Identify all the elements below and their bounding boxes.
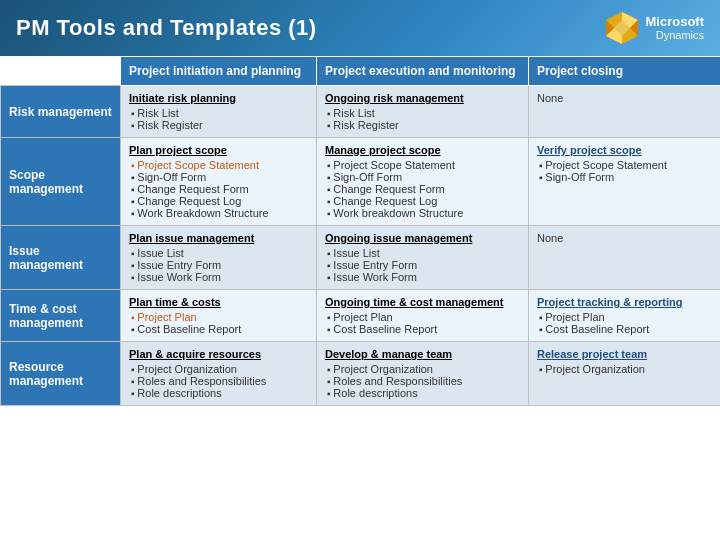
cell-bullet-item: Change Request Form (325, 183, 520, 195)
category-cell: Scope management (1, 138, 121, 226)
cell-bullet-item: Project Plan (129, 311, 308, 323)
cell-bullet-item: Role descriptions (325, 387, 520, 399)
cell-title: Ongoing risk management (325, 92, 520, 104)
data-cell: Initiate risk planningRisk ListRisk Regi… (121, 86, 317, 138)
data-cell: Release project teamProject Organization (529, 342, 721, 406)
cell-bullet-item: Project Scope Statement (537, 159, 712, 171)
cell-bullet-item: Cost Baseline Report (129, 323, 308, 335)
cell-title: Ongoing time & cost management (325, 296, 520, 308)
col-header-3: Project closing (529, 57, 721, 86)
table-row: Time & cost managementPlan time & costsP… (1, 290, 721, 342)
cell-none: None (537, 92, 563, 104)
cell-bullet-item: Sign-Off Form (129, 171, 308, 183)
category-cell: Time & cost management (1, 290, 121, 342)
data-cell: Manage project scopeProject Scope Statem… (317, 138, 529, 226)
cell-title: Release project team (537, 348, 712, 360)
cell-bullet-item: Project Scope Statement (325, 159, 520, 171)
cell-bullet-item: Change Request Log (325, 195, 520, 207)
cell-title: Verify project scope (537, 144, 712, 156)
cell-bullet-item: Work breakdown Structure (325, 207, 520, 219)
data-cell: None (529, 86, 721, 138)
cell-title: Develop & manage team (325, 348, 520, 360)
cell-bullet-item: Work Breakdown Structure (129, 207, 308, 219)
col-header-1: Project initiation and planning (121, 57, 317, 86)
page-title: PM Tools and Templates (1) (16, 15, 317, 41)
cell-bullet-item: Sign-Off Form (537, 171, 712, 183)
data-cell: Develop & manage teamProject Organizatio… (317, 342, 529, 406)
cell-bullet-item: Roles and Responsibilities (325, 375, 520, 387)
table-row: Issue managementPlan issue managementIss… (1, 226, 721, 290)
cell-bullet-item: Issue List (129, 247, 308, 259)
logo-area: Microsoft Dynamics (604, 10, 705, 46)
cell-title: Ongoing issue management (325, 232, 520, 244)
cell-bullet-item: Risk Register (129, 119, 308, 131)
cell-bullet-item: Change Request Form (129, 183, 308, 195)
col-header-0 (1, 57, 121, 86)
col-header-2: Project execution and monitoring (317, 57, 529, 86)
cell-bullet-item: Cost Baseline Report (325, 323, 520, 335)
cell-bullet-item: Issue List (325, 247, 520, 259)
cell-bullet-item: Project Plan (537, 311, 712, 323)
cell-bullet-item: Sign-Off Form (325, 171, 520, 183)
table-row: Risk managementInitiate risk planningRis… (1, 86, 721, 138)
table-row: Resource managementPlan & acquire resour… (1, 342, 721, 406)
category-cell: Issue management (1, 226, 121, 290)
cell-bullet-item: Risk List (325, 107, 520, 119)
logo-text: Microsoft Dynamics (646, 14, 705, 43)
cell-bullet-item: Project Organization (129, 363, 308, 375)
category-cell: Resource management (1, 342, 121, 406)
cell-none: None (537, 232, 563, 244)
category-cell: Risk management (1, 86, 121, 138)
data-cell: None (529, 226, 721, 290)
cell-bullet-item: Risk Register (325, 119, 520, 131)
cell-bullet-item: Project Organization (537, 363, 712, 375)
ms-dynamics-icon (604, 10, 640, 46)
cell-bullet-item: Issue Work Form (325, 271, 520, 283)
cell-bullet-item: Risk List (129, 107, 308, 119)
table-row: Scope managementPlan project scopeProjec… (1, 138, 721, 226)
cell-title: Project tracking & reporting (537, 296, 712, 308)
cell-title: Plan issue management (129, 232, 308, 244)
cell-bullet-item: Role descriptions (129, 387, 308, 399)
data-cell: Ongoing issue managementIssue ListIssue … (317, 226, 529, 290)
data-cell: Plan issue managementIssue ListIssue Ent… (121, 226, 317, 290)
cell-bullet-item: Change Request Log (129, 195, 308, 207)
cell-bullet-item: Project Organization (325, 363, 520, 375)
cell-title: Plan & acquire resources (129, 348, 308, 360)
data-cell: Ongoing time & cost managementProject Pl… (317, 290, 529, 342)
data-cell: Verify project scopeProject Scope Statem… (529, 138, 721, 226)
cell-title: Plan project scope (129, 144, 308, 156)
main-table: Project initiation and planning Project … (0, 56, 720, 406)
cell-bullet-item: Project Plan (325, 311, 520, 323)
data-cell: Ongoing risk managementRisk ListRisk Reg… (317, 86, 529, 138)
data-cell: Plan project scopeProject Scope Statemen… (121, 138, 317, 226)
data-cell: Plan & acquire resourcesProject Organiza… (121, 342, 317, 406)
cell-title: Plan time & costs (129, 296, 308, 308)
cell-title: Initiate risk planning (129, 92, 308, 104)
cell-bullet-item: Cost Baseline Report (537, 323, 712, 335)
cell-bullet-item: Issue Entry Form (129, 259, 308, 271)
cell-bullet-item: Project Scope Statement (129, 159, 308, 171)
data-cell: Plan time & costsProject PlanCost Baseli… (121, 290, 317, 342)
cell-title: Manage project scope (325, 144, 520, 156)
cell-bullet-item: Roles and Responsibilities (129, 375, 308, 387)
cell-bullet-item: Issue Entry Form (325, 259, 520, 271)
data-cell: Project tracking & reportingProject Plan… (529, 290, 721, 342)
cell-bullet-item: Issue Work Form (129, 271, 308, 283)
header: PM Tools and Templates (1) Microsoft Dyn… (0, 0, 720, 56)
